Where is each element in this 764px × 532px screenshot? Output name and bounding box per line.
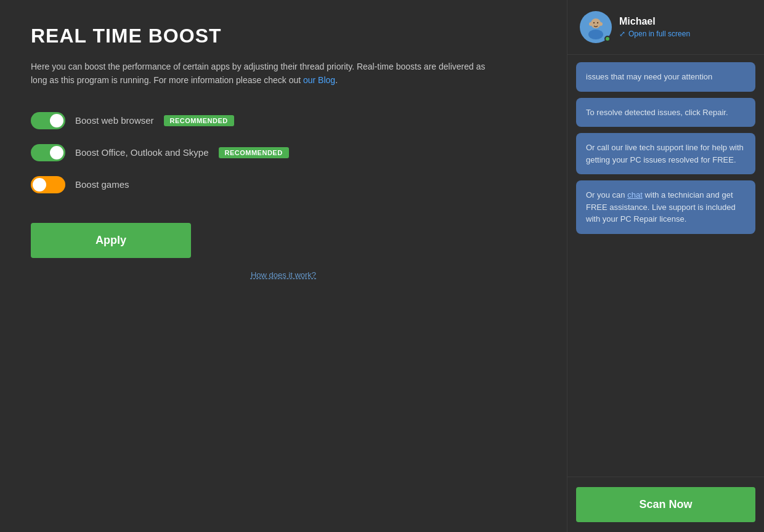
chat-bubble-3: Or call our live tech support line for h… xyxy=(576,133,755,174)
toggle-label-games: Boost games xyxy=(75,179,129,190)
avatar-icon xyxy=(583,15,608,39)
online-indicator xyxy=(604,36,611,42)
chat-link[interactable]: chat xyxy=(627,190,643,200)
chat-scroll-wrapper: issues that may need your attention To r… xyxy=(567,55,764,477)
toggle-knob xyxy=(50,146,63,159)
right-sidebar: Michael ⤢ Open in full screen issues tha… xyxy=(567,0,764,532)
chat-text-1: issues that may need your attention xyxy=(586,72,712,81)
open-fullscreen-label: Open in full screen xyxy=(628,30,690,38)
chat-bubble-1: issues that may need your attention xyxy=(576,62,755,92)
toggle-knob xyxy=(33,178,46,191)
blog-link[interactable]: our Blog xyxy=(303,75,335,85)
apply-button[interactable]: Apply xyxy=(31,223,191,258)
toggle-label-office: Boost Office, Outlook and Skype xyxy=(75,147,209,158)
toggle-boost-office[interactable] xyxy=(31,144,65,161)
chat-bubble-2: To resolve detected issues, click Repair… xyxy=(576,98,755,127)
scan-now-button[interactable]: Scan Now xyxy=(576,487,755,522)
chat-text-2: To resolve detected issues, click Repair… xyxy=(586,108,728,117)
toggle-row-games: Boost games xyxy=(31,176,536,193)
toggles-section: Boost web browser RECOMMENDED Boost Offi… xyxy=(31,112,536,193)
avatar-container xyxy=(580,11,612,43)
toggle-row-browser: Boost web browser RECOMMENDED xyxy=(31,112,536,129)
user-name: Michael xyxy=(619,16,690,27)
open-fullscreen-link[interactable]: ⤢ Open in full screen xyxy=(619,30,690,38)
toggle-knob xyxy=(50,114,63,127)
svg-point-5 xyxy=(597,22,598,23)
expand-icon: ⤢ xyxy=(619,30,625,38)
toggle-boost-web-browser[interactable] xyxy=(31,112,65,129)
user-header: Michael ⤢ Open in full screen xyxy=(567,0,764,55)
page-title: REAL TIME BOOST xyxy=(31,25,536,47)
chat-messages: issues that may need your attention To r… xyxy=(567,55,764,477)
chat-text-3: Or call our live tech support line for h… xyxy=(586,143,744,164)
svg-point-2 xyxy=(599,22,603,26)
badge-office: RECOMMENDED xyxy=(219,147,289,158)
how-does-it-work-link[interactable]: How does it work? xyxy=(31,270,536,280)
svg-point-4 xyxy=(593,22,595,23)
scan-now-container: Scan Now xyxy=(567,477,764,532)
chat-text-4a: Or you can xyxy=(586,190,627,200)
chat-bubble-4: Or you can chat with a technician and ge… xyxy=(576,180,755,234)
user-info: Michael ⤢ Open in full screen xyxy=(619,16,690,38)
badge-browser: RECOMMENDED xyxy=(164,115,234,126)
description: Here you can boost the performance of ce… xyxy=(31,60,499,87)
description-end: . xyxy=(335,75,338,85)
toggle-row-office: Boost Office, Outlook and Skype RECOMMEN… xyxy=(31,144,536,161)
toggle-boost-games[interactable] xyxy=(31,176,65,193)
main-content: REAL TIME BOOST Here you can boost the p… xyxy=(0,0,567,532)
svg-point-3 xyxy=(588,30,603,39)
toggle-label-browser: Boost web browser xyxy=(75,115,154,126)
description-text: Here you can boost the performance of ce… xyxy=(31,62,485,85)
svg-point-1 xyxy=(589,22,593,26)
